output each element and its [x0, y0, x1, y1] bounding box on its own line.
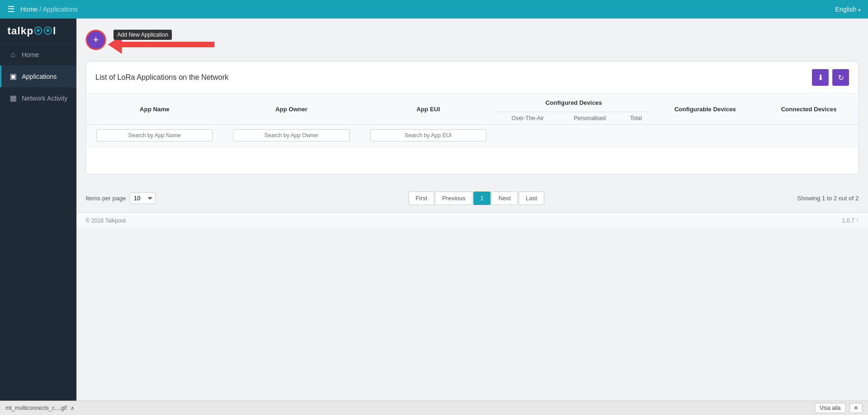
caret-icon[interactable]: ∧ [70, 405, 75, 411]
sidebar-item-label: Network Activity [22, 95, 68, 102]
table-body [86, 147, 858, 174]
col-configured-devices: Configured Devices [497, 94, 651, 112]
refresh-icon: ↻ [838, 73, 844, 82]
logo-text: talkp⦿⦿l [7, 25, 56, 37]
copyright-text: © 2016 Talkpool. [86, 217, 127, 224]
breadcrumb: Home / Applications [20, 6, 78, 13]
pagination-area: Items per page 10 25 50 100 First Previo… [76, 184, 868, 212]
sidebar-item-label: Home [22, 51, 39, 58]
search-empty-3 [621, 125, 651, 147]
showing-text: Showing 1 to 2 out of 2 [797, 195, 859, 202]
navbar: ☰ Home / Applications English ▾ [0, 0, 868, 19]
pagination-buttons: First Previous 1 Next Last [409, 192, 544, 205]
logo: talkp⦿⦿l [0, 19, 76, 44]
download-icon: ⬇ [818, 73, 824, 82]
chevron-down-icon: ▾ [858, 7, 861, 13]
content-area: Add New Application + List of LoRa Appli… [76, 19, 868, 401]
search-app-eui-input[interactable] [370, 129, 486, 141]
sidebar: talkp⦿⦿l ⌂ Home ▣ Applications ▦ Network… [0, 19, 76, 401]
download-filename: mt_multiconnects_c....gif [6, 405, 67, 411]
add-new-app-tooltip: Add New Application [113, 30, 172, 40]
col-configurable-devices: Configurable Devices [651, 94, 759, 125]
subcol-over-the-air: Over-The-Air [497, 112, 559, 125]
col-app-owner: App Owner [223, 94, 359, 125]
table-card-actions: ⬇ ↻ [812, 69, 849, 86]
search-empty-1 [497, 125, 559, 147]
table-card-title: List of LoRa Applications on the Network [95, 73, 228, 82]
table-card-header: List of LoRa Applications on the Network… [86, 62, 858, 94]
next-page-button[interactable]: Next [491, 192, 518, 205]
items-per-page-select[interactable]: 10 25 50 100 [130, 192, 156, 204]
main-layout: talkp⦿⦿l ⌂ Home ▣ Applications ▦ Network… [0, 19, 868, 401]
breadcrumb-current: Applications [43, 6, 78, 13]
search-app-owner-input[interactable] [233, 129, 349, 141]
navbar-left: ☰ Home / Applications [7, 4, 78, 14]
previous-page-button[interactable]: Previous [435, 192, 472, 205]
search-app-owner-cell [223, 125, 359, 147]
table-card: List of LoRa Applications on the Network… [86, 61, 859, 175]
show-all-button[interactable]: Visa alla [815, 403, 846, 413]
col-app-name: App Name [86, 94, 223, 125]
sidebar-item-applications[interactable]: ▣ Applications [0, 65, 76, 87]
navbar-right: English ▾ [835, 6, 861, 13]
sidebar-item-home[interactable]: ⌂ Home [0, 44, 76, 65]
home-icon: ⌂ [9, 51, 17, 59]
search-empty-2 [559, 125, 621, 147]
browser-bar: mt_multiconnects_c....gif ∧ Visa alla ✕ [0, 401, 868, 415]
add-btn-area: Add New Application + [76, 19, 868, 61]
download-button[interactable]: ⬇ [812, 69, 829, 86]
subcol-total-configured: Total [621, 112, 651, 125]
col-connected-devices: Connected Devices [759, 94, 858, 125]
version-text: 1.0.7 ↑ [842, 217, 859, 224]
add-new-application-button[interactable]: + [86, 30, 106, 50]
first-page-button[interactable]: First [409, 192, 434, 205]
hamburger-icon[interactable]: ☰ [7, 4, 15, 14]
footer: © 2016 Talkpool. 1.0.7 ↑ [76, 212, 868, 229]
plus-icon: + [93, 34, 99, 46]
breadcrumb-home[interactable]: Home [20, 6, 38, 13]
page-1-button[interactable]: 1 [473, 192, 491, 205]
table-row-empty [86, 147, 858, 174]
subcol-personalised: Personalised [559, 112, 621, 125]
browser-bar-left: mt_multiconnects_c....gif ∧ [6, 405, 75, 411]
col-app-eui: App EUI [360, 94, 497, 125]
browser-bar-right: Visa alla ✕ [815, 403, 862, 413]
search-empty-4 [651, 125, 759, 147]
last-page-button[interactable]: Last [519, 192, 544, 205]
search-empty-5 [759, 125, 858, 147]
items-per-page: Items per page 10 25 50 100 [86, 192, 156, 204]
network-activity-icon: ▦ [9, 94, 17, 102]
close-browser-bar-button[interactable]: ✕ [849, 403, 862, 413]
table-search-row [86, 125, 858, 147]
applications-icon: ▣ [9, 72, 17, 81]
search-app-name-input[interactable] [96, 129, 213, 141]
search-app-eui-cell [360, 125, 497, 147]
arrow-body [122, 42, 214, 47]
table-header-row: App Name App Owner App EUI Configured De… [86, 94, 858, 112]
language-selector[interactable]: English ▾ [835, 6, 861, 13]
sidebar-item-network-activity[interactable]: ▦ Network Activity [0, 87, 76, 109]
refresh-button[interactable]: ↻ [832, 69, 849, 86]
language-label: English [835, 6, 856, 13]
search-app-name-cell [86, 125, 223, 147]
applications-table: App Name App Owner App EUI Configured De… [86, 94, 858, 174]
sidebar-item-label: Applications [22, 73, 57, 80]
items-per-page-label: Items per page [86, 195, 126, 202]
